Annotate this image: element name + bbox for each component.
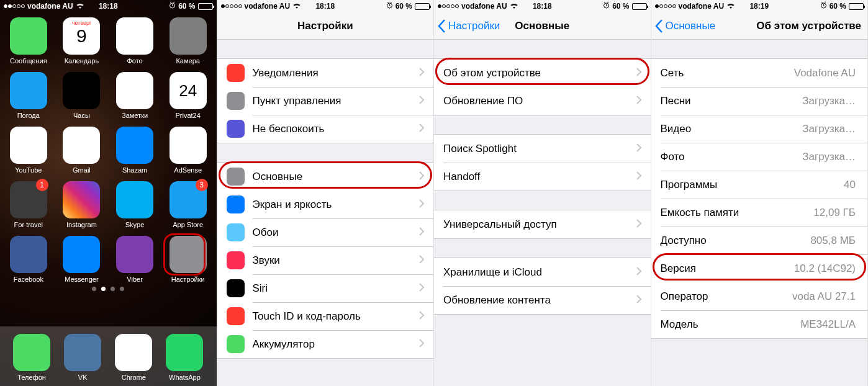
chevron-right-icon (636, 219, 641, 230)
row-value: voda AU 27.1 (792, 290, 856, 303)
back-label: Основные (666, 20, 716, 32)
app-Skype[interactable]: Skype (112, 181, 157, 228)
status-bar: vodafone AU 18:19 60 % (651, 0, 868, 12)
battery-icon (198, 3, 213, 10)
app-Фото[interactable]: Фото (112, 17, 157, 65)
app-Календарь[interactable]: четверг9 Календарь (60, 17, 104, 65)
row-label: Универсальный доступ (443, 218, 636, 231)
app-Shazam[interactable]: Shazam (112, 127, 157, 174)
battery-pct: 60 % (830, 2, 846, 11)
app-Viber[interactable]: Viber (112, 236, 157, 283)
nav-title: Основные (515, 20, 569, 32)
row-Об этом устройстве[interactable]: Об этом устройстве (434, 59, 651, 87)
page-indicator[interactable] (0, 283, 217, 294)
row-value: Загрузка… (802, 151, 856, 163)
chevron-right-icon (419, 283, 424, 294)
alarm-icon (603, 2, 610, 11)
app-Камера[interactable]: Камера (166, 17, 210, 65)
app-Gmail[interactable]: Gmail (60, 127, 104, 174)
chevron-right-icon (419, 171, 424, 182)
chevron-right-icon (419, 339, 424, 350)
row-label: Оператор (661, 290, 792, 303)
app-label: Gmail (73, 166, 91, 174)
nav-title: Настройки (297, 20, 353, 32)
app-Privat24[interactable]: 24 Privat24 (166, 72, 210, 119)
battery-pct: 60 % (178, 2, 195, 11)
about-row-Фото: Фото Загрузка… (651, 143, 868, 171)
dock-app-Телефон[interactable]: Телефон (13, 334, 50, 381)
settings-row-Не беспокоить[interactable]: Не беспокоить (217, 115, 434, 143)
settings-row-Обои[interactable]: Обои (217, 218, 434, 246)
dock-app-VK[interactable]: VK (64, 334, 101, 381)
settings-row-Siri[interactable]: Siri (217, 274, 434, 302)
back-label: Настройки (448, 20, 500, 32)
battery-pct: 60 % (612, 2, 629, 11)
app-Instagram[interactable]: Instagram (60, 181, 104, 228)
row-label: Хранилище и iCloud (443, 266, 636, 279)
row-label: Экран и яркость (253, 199, 420, 211)
settings-row-Touch ID и код-пароль[interactable]: Touch ID и код-пароль (217, 302, 434, 330)
settings-icon (227, 335, 245, 353)
wifi-icon (292, 2, 301, 11)
settings-row-Аккумулятор[interactable]: Аккумулятор (217, 330, 434, 358)
settings-row-Основные[interactable]: Основные (217, 163, 434, 191)
app-AdSense[interactable]: AdSense (166, 127, 210, 174)
row-Обновление контента[interactable]: Обновление контента (434, 286, 651, 314)
battery-icon (632, 3, 647, 10)
nav-bar: Настройки (217, 12, 434, 40)
app-Настройки[interactable]: Настройки (166, 236, 210, 283)
row-Хранилище и iCloud[interactable]: Хранилище и iCloud (434, 258, 651, 286)
status-bar: vodafone AU 18:18 60 % (434, 0, 651, 12)
about-row-Емкость памяти: Емкость памяти 12,09 ГБ (651, 199, 868, 227)
app-label: Skype (125, 221, 145, 228)
settings-icon (227, 92, 245, 110)
app-App Store[interactable]: 3 App Store (166, 181, 210, 228)
app-Facebook[interactable]: Facebook (6, 236, 51, 283)
back-button[interactable]: Настройки (434, 19, 500, 33)
signal-icon (4, 4, 25, 8)
alarm-icon (820, 2, 827, 11)
row-label: Сеть (661, 67, 794, 79)
settings-icon (227, 168, 245, 186)
signal-icon (655, 4, 676, 8)
signal-icon (438, 4, 459, 8)
settings-row-Экран и яркость[interactable]: Экран и яркость (217, 191, 434, 218)
row-label: Пункт управления (253, 95, 420, 107)
row-Поиск Spotlight[interactable]: Поиск Spotlight (434, 135, 651, 163)
app-label: Chrome (122, 374, 146, 381)
chevron-right-icon (419, 199, 424, 210)
settings-row-Уведомления[interactable]: Уведомления (217, 59, 434, 87)
settings-row-Звуки[interactable]: Звуки (217, 246, 434, 274)
app-label: For travel (14, 221, 43, 228)
app-label: Фото (127, 57, 142, 65)
settings-row-Пункт управления[interactable]: Пункт управления (217, 87, 434, 115)
app-Часы[interactable]: Часы (60, 72, 104, 119)
dock-app-Chrome[interactable]: Chrome (115, 334, 152, 381)
row-label: Обновление контента (443, 294, 636, 307)
badge: 3 (196, 179, 208, 191)
settings-icon (227, 64, 245, 82)
about-screen: vodafone AU 18:19 60 % Основные Об этом … (651, 0, 869, 386)
about-row-Версия: Версия 10.2 (14C92) (651, 254, 868, 282)
app-For travel[interactable]: 1 For travel (6, 181, 51, 228)
row-Обновление ПО[interactable]: Обновление ПО (434, 87, 651, 115)
app-Сообщения[interactable]: Сообщения (6, 17, 51, 65)
row-Handoff[interactable]: Handoff (434, 163, 651, 191)
row-label: Фото (661, 151, 803, 163)
dock-app-WhatsApp[interactable]: WhatsApp (166, 334, 203, 381)
row-Универсальный доступ[interactable]: Универсальный доступ (434, 210, 651, 238)
app-Messenger[interactable]: Messenger (60, 236, 104, 283)
chevron-right-icon (419, 68, 424, 79)
row-label: Версия (661, 263, 794, 275)
nav-bar: Настройки Основные (434, 12, 651, 40)
back-button[interactable]: Основные (651, 19, 716, 33)
app-YouTube[interactable]: YouTube (6, 127, 51, 174)
app-label: Shazam (122, 166, 147, 174)
row-value: 805,8 МБ (810, 235, 856, 247)
app-Заметки[interactable]: Заметки (112, 72, 157, 119)
app-label: VK (78, 374, 88, 381)
alarm-icon (169, 2, 176, 11)
signal-icon (221, 4, 242, 8)
app-Погода[interactable]: Погода (6, 72, 51, 119)
carrier-label: vodafone AU (679, 2, 725, 11)
